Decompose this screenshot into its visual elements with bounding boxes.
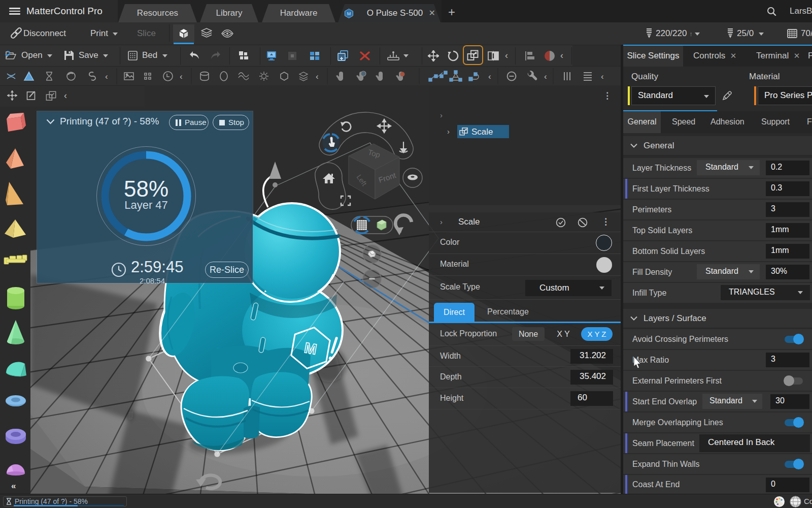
svg-text:«: « (11, 481, 16, 491)
svg-text:‹: ‹ (544, 72, 547, 81)
svg-text:‹: ‹ (180, 72, 183, 81)
svg-text:‹: ‹ (488, 72, 491, 81)
svg-text:M: M (347, 11, 351, 16)
svg-text:‹: ‹ (601, 72, 604, 81)
svg-text:‹: ‹ (105, 72, 108, 81)
svg-text:‹: ‹ (316, 72, 319, 81)
